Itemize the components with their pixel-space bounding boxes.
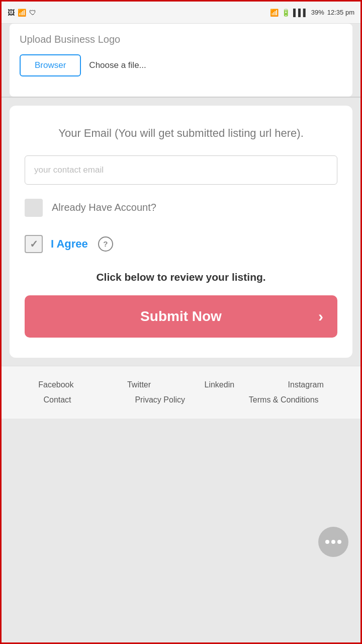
footer-row-1: Facebook Twitter Linkedin Instagram: [2, 377, 360, 392]
footer-link-privacy[interactable]: Privacy Policy: [135, 395, 185, 405]
footer-link-facebook[interactable]: Facebook: [38, 380, 73, 389]
shield-icon: 🛡: [29, 9, 36, 17]
footer-row-2: Contact Privacy Policy Terms & Condition…: [2, 392, 360, 408]
form-card: Your Email (You will get submitted listi…: [10, 106, 352, 358]
email-input[interactable]: [25, 155, 337, 185]
time-display: 12:35 pm: [327, 9, 354, 16]
fab-dot-2: [331, 540, 335, 544]
footer-link-contact[interactable]: Contact: [43, 395, 71, 405]
signal-bars-icon: ▌▌▌: [293, 9, 308, 17]
status-bar: 🖼 📶 🛡 📶 🔋 ▌▌▌ 39% 12:35 pm: [2, 2, 360, 24]
agree-row: ✓ I Agree ?: [25, 235, 337, 253]
footer-link-instagram[interactable]: Instagram: [288, 380, 324, 389]
photo-icon: 🖼: [8, 9, 15, 17]
battery-percent: 39%: [311, 9, 324, 16]
i-agree-label: I Agree: [51, 237, 88, 251]
arrow-right-icon: ›: [318, 308, 323, 325]
checkmark-icon: ✓: [30, 238, 38, 250]
upload-card: Upload Business Logo Browser Choose a fi…: [10, 24, 352, 97]
footer-link-twitter[interactable]: Twitter: [127, 380, 151, 389]
already-have-account-row: Already Have Account?: [25, 199, 337, 217]
fab-dot-3: [337, 540, 341, 544]
footer-link-linkedin[interactable]: Linkedin: [205, 380, 235, 389]
submit-button[interactable]: Submit Now ›: [25, 295, 337, 338]
already-have-account-label: Already Have Account?: [52, 202, 156, 213]
upload-section-title: Upload Business Logo: [20, 34, 342, 45]
choose-file-label: Choose a file...: [89, 60, 146, 70]
status-bar-right: 📶 🔋 ▌▌▌ 39% 12:35 pm: [270, 9, 354, 17]
i-agree-checkbox[interactable]: ✓: [25, 235, 43, 253]
fab-dot-1: [325, 540, 329, 544]
browser-row: Browser Choose a file...: [20, 54, 342, 76]
email-section-label: Your Email (You will get submitted listi…: [25, 126, 337, 141]
footer: Facebook Twitter Linkedin Instagram Cont…: [2, 366, 360, 419]
wifi-alt-icon: 📶: [270, 9, 279, 17]
battery-icon: 🔋: [282, 9, 290, 17]
submit-button-label: Submit Now: [140, 308, 222, 325]
fab-button[interactable]: [318, 527, 348, 557]
help-icon[interactable]: ?: [98, 236, 113, 252]
wifi-icon: 📶: [18, 9, 26, 17]
status-bar-left: 🖼 📶 🛡: [8, 9, 36, 17]
already-have-account-checkbox[interactable]: [25, 199, 43, 217]
footer-link-terms[interactable]: Terms & Conditions: [249, 395, 319, 405]
browser-button[interactable]: Browser: [20, 54, 81, 76]
section-divider: [2, 97, 360, 98]
page-content: Upload Business Logo Browser Choose a fi…: [2, 24, 360, 358]
review-text: Click below to review your listing.: [25, 271, 337, 283]
